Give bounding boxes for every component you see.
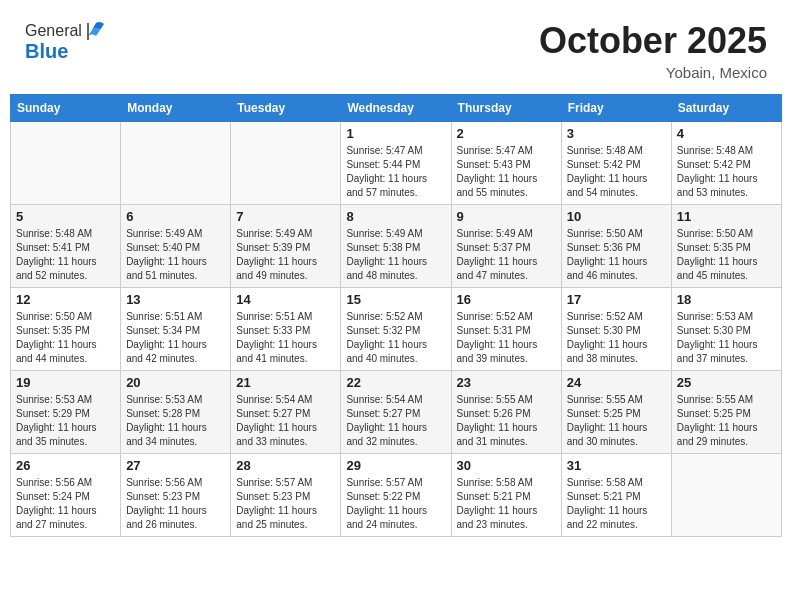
- calendar-week-row: 12Sunrise: 5:50 AM Sunset: 5:35 PM Dayli…: [11, 288, 782, 371]
- calendar-day-cell: 11Sunrise: 5:50 AM Sunset: 5:35 PM Dayli…: [671, 205, 781, 288]
- logo-icon: [84, 20, 106, 42]
- calendar-day-cell: 26Sunrise: 5:56 AM Sunset: 5:24 PM Dayli…: [11, 454, 121, 537]
- day-number: 18: [677, 292, 776, 307]
- day-info: Sunrise: 5:47 AM Sunset: 5:44 PM Dayligh…: [346, 144, 445, 200]
- day-number: 4: [677, 126, 776, 141]
- day-info: Sunrise: 5:56 AM Sunset: 5:24 PM Dayligh…: [16, 476, 115, 532]
- day-number: 24: [567, 375, 666, 390]
- day-info: Sunrise: 5:55 AM Sunset: 5:26 PM Dayligh…: [457, 393, 556, 449]
- day-number: 10: [567, 209, 666, 224]
- weekday-header: Monday: [121, 95, 231, 122]
- day-info: Sunrise: 5:52 AM Sunset: 5:30 PM Dayligh…: [567, 310, 666, 366]
- calendar-day-cell: 24Sunrise: 5:55 AM Sunset: 5:25 PM Dayli…: [561, 371, 671, 454]
- day-number: 8: [346, 209, 445, 224]
- day-number: 3: [567, 126, 666, 141]
- calendar-day-cell: 5Sunrise: 5:48 AM Sunset: 5:41 PM Daylig…: [11, 205, 121, 288]
- calendar-day-cell: 16Sunrise: 5:52 AM Sunset: 5:31 PM Dayli…: [451, 288, 561, 371]
- day-info: Sunrise: 5:50 AM Sunset: 5:35 PM Dayligh…: [16, 310, 115, 366]
- day-info: Sunrise: 5:57 AM Sunset: 5:22 PM Dayligh…: [346, 476, 445, 532]
- day-info: Sunrise: 5:48 AM Sunset: 5:42 PM Dayligh…: [567, 144, 666, 200]
- calendar-day-cell: 14Sunrise: 5:51 AM Sunset: 5:33 PM Dayli…: [231, 288, 341, 371]
- day-info: Sunrise: 5:51 AM Sunset: 5:33 PM Dayligh…: [236, 310, 335, 366]
- weekday-header: Wednesday: [341, 95, 451, 122]
- calendar-day-cell: 15Sunrise: 5:52 AM Sunset: 5:32 PM Dayli…: [341, 288, 451, 371]
- calendar-day-cell: [231, 122, 341, 205]
- day-info: Sunrise: 5:49 AM Sunset: 5:38 PM Dayligh…: [346, 227, 445, 283]
- day-number: 26: [16, 458, 115, 473]
- day-info: Sunrise: 5:55 AM Sunset: 5:25 PM Dayligh…: [567, 393, 666, 449]
- day-number: 30: [457, 458, 556, 473]
- calendar-day-cell: 6Sunrise: 5:49 AM Sunset: 5:40 PM Daylig…: [121, 205, 231, 288]
- day-info: Sunrise: 5:53 AM Sunset: 5:30 PM Dayligh…: [677, 310, 776, 366]
- logo-blue: Blue: [25, 40, 106, 63]
- weekday-header: Saturday: [671, 95, 781, 122]
- day-number: 25: [677, 375, 776, 390]
- day-info: Sunrise: 5:49 AM Sunset: 5:37 PM Dayligh…: [457, 227, 556, 283]
- calendar-day-cell: [121, 122, 231, 205]
- calendar-day-cell: 21Sunrise: 5:54 AM Sunset: 5:27 PM Dayli…: [231, 371, 341, 454]
- calendar-day-cell: 7Sunrise: 5:49 AM Sunset: 5:39 PM Daylig…: [231, 205, 341, 288]
- day-number: 22: [346, 375, 445, 390]
- day-info: Sunrise: 5:54 AM Sunset: 5:27 PM Dayligh…: [346, 393, 445, 449]
- day-number: 28: [236, 458, 335, 473]
- day-info: Sunrise: 5:50 AM Sunset: 5:35 PM Dayligh…: [677, 227, 776, 283]
- calendar-week-row: 26Sunrise: 5:56 AM Sunset: 5:24 PM Dayli…: [11, 454, 782, 537]
- day-info: Sunrise: 5:47 AM Sunset: 5:43 PM Dayligh…: [457, 144, 556, 200]
- weekday-header: Thursday: [451, 95, 561, 122]
- calendar-day-cell: 13Sunrise: 5:51 AM Sunset: 5:34 PM Dayli…: [121, 288, 231, 371]
- day-info: Sunrise: 5:51 AM Sunset: 5:34 PM Dayligh…: [126, 310, 225, 366]
- day-info: Sunrise: 5:52 AM Sunset: 5:32 PM Dayligh…: [346, 310, 445, 366]
- day-number: 16: [457, 292, 556, 307]
- calendar-day-cell: 23Sunrise: 5:55 AM Sunset: 5:26 PM Dayli…: [451, 371, 561, 454]
- calendar-day-cell: 29Sunrise: 5:57 AM Sunset: 5:22 PM Dayli…: [341, 454, 451, 537]
- calendar-day-cell: 19Sunrise: 5:53 AM Sunset: 5:29 PM Dayli…: [11, 371, 121, 454]
- calendar-day-cell: 18Sunrise: 5:53 AM Sunset: 5:30 PM Dayli…: [671, 288, 781, 371]
- calendar-day-cell: [671, 454, 781, 537]
- day-info: Sunrise: 5:48 AM Sunset: 5:42 PM Dayligh…: [677, 144, 776, 200]
- calendar-day-cell: 12Sunrise: 5:50 AM Sunset: 5:35 PM Dayli…: [11, 288, 121, 371]
- calendar-week-row: 1Sunrise: 5:47 AM Sunset: 5:44 PM Daylig…: [11, 122, 782, 205]
- day-info: Sunrise: 5:58 AM Sunset: 5:21 PM Dayligh…: [457, 476, 556, 532]
- day-info: Sunrise: 5:56 AM Sunset: 5:23 PM Dayligh…: [126, 476, 225, 532]
- weekday-header: Sunday: [11, 95, 121, 122]
- calendar-day-cell: 31Sunrise: 5:58 AM Sunset: 5:21 PM Dayli…: [561, 454, 671, 537]
- month-title: October 2025: [539, 20, 767, 62]
- calendar-day-cell: 4Sunrise: 5:48 AM Sunset: 5:42 PM Daylig…: [671, 122, 781, 205]
- calendar-day-cell: 27Sunrise: 5:56 AM Sunset: 5:23 PM Dayli…: [121, 454, 231, 537]
- day-number: 19: [16, 375, 115, 390]
- calendar-day-cell: 1Sunrise: 5:47 AM Sunset: 5:44 PM Daylig…: [341, 122, 451, 205]
- day-info: Sunrise: 5:53 AM Sunset: 5:28 PM Dayligh…: [126, 393, 225, 449]
- calendar-header-row: SundayMondayTuesdayWednesdayThursdayFrid…: [11, 95, 782, 122]
- location: Yobain, Mexico: [539, 64, 767, 81]
- day-info: Sunrise: 5:50 AM Sunset: 5:36 PM Dayligh…: [567, 227, 666, 283]
- day-info: Sunrise: 5:53 AM Sunset: 5:29 PM Dayligh…: [16, 393, 115, 449]
- day-number: 31: [567, 458, 666, 473]
- calendar-day-cell: 30Sunrise: 5:58 AM Sunset: 5:21 PM Dayli…: [451, 454, 561, 537]
- calendar-day-cell: [11, 122, 121, 205]
- day-number: 13: [126, 292, 225, 307]
- day-number: 23: [457, 375, 556, 390]
- day-info: Sunrise: 5:49 AM Sunset: 5:40 PM Dayligh…: [126, 227, 225, 283]
- weekday-header: Tuesday: [231, 95, 341, 122]
- day-number: 15: [346, 292, 445, 307]
- day-number: 5: [16, 209, 115, 224]
- day-number: 11: [677, 209, 776, 224]
- weekday-header: Friday: [561, 95, 671, 122]
- day-number: 1: [346, 126, 445, 141]
- calendar-day-cell: 3Sunrise: 5:48 AM Sunset: 5:42 PM Daylig…: [561, 122, 671, 205]
- page-header: General Blue October 2025 Yobain, Mexico: [10, 10, 782, 86]
- day-number: 14: [236, 292, 335, 307]
- day-info: Sunrise: 5:57 AM Sunset: 5:23 PM Dayligh…: [236, 476, 335, 532]
- calendar-day-cell: 20Sunrise: 5:53 AM Sunset: 5:28 PM Dayli…: [121, 371, 231, 454]
- calendar-day-cell: 9Sunrise: 5:49 AM Sunset: 5:37 PM Daylig…: [451, 205, 561, 288]
- day-info: Sunrise: 5:52 AM Sunset: 5:31 PM Dayligh…: [457, 310, 556, 366]
- day-info: Sunrise: 5:54 AM Sunset: 5:27 PM Dayligh…: [236, 393, 335, 449]
- calendar-day-cell: 22Sunrise: 5:54 AM Sunset: 5:27 PM Dayli…: [341, 371, 451, 454]
- calendar-table: SundayMondayTuesdayWednesdayThursdayFrid…: [10, 94, 782, 537]
- logo-general: General: [25, 22, 82, 40]
- logo: General Blue: [25, 20, 106, 63]
- month-info: October 2025 Yobain, Mexico: [539, 20, 767, 81]
- day-number: 7: [236, 209, 335, 224]
- calendar-day-cell: 10Sunrise: 5:50 AM Sunset: 5:36 PM Dayli…: [561, 205, 671, 288]
- calendar-day-cell: 28Sunrise: 5:57 AM Sunset: 5:23 PM Dayli…: [231, 454, 341, 537]
